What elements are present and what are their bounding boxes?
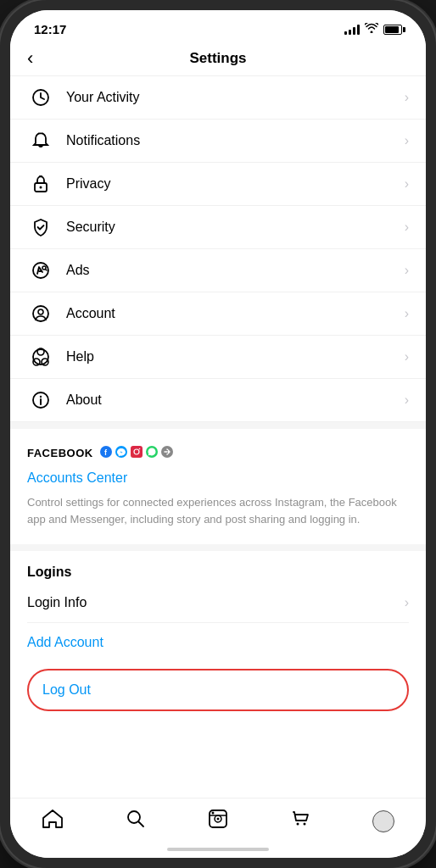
chevron-icon: › <box>405 595 409 610</box>
whatsapp-icon <box>146 446 158 460</box>
ads-icon <box>27 261 54 280</box>
notifications-label: Notifications <box>66 133 405 148</box>
ads-label: Ads <box>66 263 405 278</box>
wifi-icon <box>365 23 378 36</box>
privacy-icon <box>27 175 54 193</box>
account-icon <box>27 304 54 323</box>
reels-icon <box>208 809 228 834</box>
logout-button[interactable]: Log Out <box>27 669 409 711</box>
settings-item-ads[interactable]: Ads › <box>10 249 426 292</box>
svg-point-20 <box>138 448 140 450</box>
link-icon <box>161 446 173 460</box>
svg-line-5 <box>45 269 47 270</box>
home-icon <box>42 809 64 834</box>
instagram-icon <box>131 446 143 460</box>
nav-home[interactable] <box>33 805 72 837</box>
shop-icon <box>290 809 310 834</box>
settings-header: ‹ Settings <box>10 42 426 76</box>
help-icon <box>27 348 54 366</box>
your-activity-icon <box>27 88 54 107</box>
settings-item-notifications[interactable]: Notifications › <box>10 120 426 163</box>
phone-screen: 12:17 ‹ <box>10 10 426 858</box>
nav-shop[interactable] <box>282 805 319 837</box>
chevron-icon: › <box>405 90 409 105</box>
nav-search[interactable] <box>117 805 154 837</box>
facebook-label: FACEBOOK <box>27 447 93 459</box>
battery-icon <box>383 25 402 35</box>
settings-list: Your Activity › Notifications › <box>10 76 426 422</box>
settings-item-account[interactable]: Account › <box>10 292 426 336</box>
accounts-center-link[interactable]: Accounts Center <box>27 470 409 486</box>
chevron-icon: › <box>405 392 409 408</box>
chevron-icon: › <box>405 220 409 235</box>
profile-avatar <box>372 810 394 832</box>
login-info-item[interactable]: Login Info › <box>27 583 409 623</box>
settings-item-your-activity[interactable]: Your Activity › <box>10 76 426 120</box>
svg-point-29 <box>216 818 219 821</box>
svg-point-14 <box>40 396 42 398</box>
help-label: Help <box>66 349 405 364</box>
back-button[interactable]: ‹ <box>27 47 33 70</box>
svg-point-8 <box>33 349 48 364</box>
about-label: About <box>66 392 405 408</box>
facebook-icons: f <box>100 446 173 460</box>
scroll-content: Your Activity › Notifications › <box>10 76 426 798</box>
notifications-icon <box>27 131 54 150</box>
svg-point-7 <box>38 309 43 314</box>
messenger-icon <box>115 446 127 460</box>
svg-point-28 <box>211 812 214 815</box>
home-indicator <box>167 848 269 851</box>
account-label: Account <box>66 306 405 321</box>
nav-reels[interactable] <box>199 805 237 837</box>
search-icon <box>126 809 146 834</box>
security-icon <box>27 218 54 236</box>
add-account-link[interactable]: Add Account <box>27 623 409 662</box>
status-icons <box>344 23 402 36</box>
your-activity-label: Your Activity <box>66 90 405 105</box>
facebook-header: FACEBOOK f <box>27 446 409 460</box>
privacy-label: Privacy <box>66 176 405 192</box>
settings-item-privacy[interactable]: Privacy › <box>10 163 426 206</box>
accounts-center-description: Control settings for connected experienc… <box>27 494 409 527</box>
about-icon <box>27 391 54 409</box>
status-time: 12:17 <box>34 22 66 36</box>
svg-rect-18 <box>131 446 143 458</box>
chevron-icon: › <box>405 349 409 364</box>
page-title: Settings <box>189 50 246 67</box>
svg-point-31 <box>304 823 306 826</box>
chevron-icon: › <box>405 263 409 278</box>
chevron-icon: › <box>405 306 409 321</box>
phone-frame: 12:17 ‹ <box>0 0 436 868</box>
settings-item-help[interactable]: Help › <box>10 336 426 379</box>
signal-icon <box>344 25 360 35</box>
logins-section: Logins Login Info › Add Account Log Out <box>10 544 426 711</box>
svg-line-24 <box>138 822 143 827</box>
settings-item-about[interactable]: About › <box>10 379 426 422</box>
login-info-label: Login Info <box>27 595 405 610</box>
security-label: Security <box>66 220 405 235</box>
svg-point-30 <box>297 823 299 826</box>
chevron-icon: › <box>405 176 409 192</box>
svg-point-2 <box>40 186 42 189</box>
chevron-icon: › <box>405 133 409 148</box>
status-bar: 12:17 <box>10 10 426 42</box>
facebook-f-icon: f <box>100 446 112 460</box>
nav-profile[interactable] <box>364 807 403 836</box>
logins-header: Logins <box>27 551 409 583</box>
settings-item-security[interactable]: Security › <box>10 206 426 249</box>
facebook-section: FACEBOOK f <box>10 422 426 527</box>
